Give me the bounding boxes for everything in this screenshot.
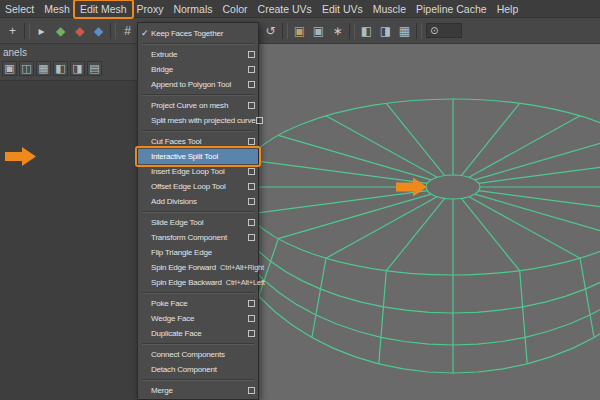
menubar-item-help[interactable]: Help: [492, 1, 524, 17]
menu-item-spin-edge-backward[interactable]: Spin Edge BackwardCtrl+Alt+Left: [138, 275, 258, 290]
menu-item-label: Cut Faces Tool: [151, 137, 201, 146]
menu-item-label: Poke Face: [151, 299, 187, 308]
menu-item-insert-edge-loop-tool[interactable]: Insert Edge Loop Tool: [138, 164, 258, 179]
menu-item-label: Offset Edge Loop Tool: [151, 182, 226, 191]
menu-item-spin-edge-forward[interactable]: Spin Edge ForwardCtrl+Alt+Right: [138, 260, 258, 275]
option-box-icon[interactable]: [248, 219, 255, 226]
menu-item-label: Flip Triangle Edge: [151, 248, 212, 257]
panel-layout-left-icon[interactable]: ◧: [358, 22, 375, 40]
option-box-icon[interactable]: [248, 51, 255, 58]
menu-item-cut-faces-tool[interactable]: Cut Faces Tool: [138, 134, 258, 149]
menu-item-detach-component[interactable]: Detach Component: [138, 362, 258, 377]
menubar-item-color[interactable]: Color: [218, 1, 253, 17]
menu-separator: [140, 129, 256, 133]
single-pane-layout-icon[interactable]: ▣: [2, 61, 17, 76]
option-box-icon[interactable]: [248, 102, 255, 109]
option-box-icon[interactable]: [248, 138, 255, 145]
menu-item-project-curve-on-mesh[interactable]: Project Curve on mesh: [138, 98, 258, 113]
menubar-item-normals[interactable]: Normals: [168, 1, 217, 17]
hypershade-layout-icon[interactable]: ◨: [70, 61, 85, 76]
menu-item-label: Spin Edge Forward: [151, 263, 216, 272]
show-manipulator-icon[interactable]: +: [4, 22, 21, 40]
select-by-hierarchy-icon[interactable]: ▸: [33, 22, 50, 40]
option-box-icon[interactable]: [248, 387, 255, 394]
menu-item-label: Transform Component: [151, 233, 227, 242]
toolbar-divider: [24, 23, 30, 39]
menu-item-poke-face[interactable]: Poke Face: [138, 296, 258, 311]
menubar-item-mesh[interactable]: Mesh: [39, 1, 75, 17]
menu-item-add-divisions[interactable]: Add Divisions: [138, 194, 258, 209]
menubar-item-edit-mesh[interactable]: Edit Mesh: [75, 1, 132, 17]
menu-item-label: Add Divisions: [151, 197, 197, 206]
menu-item-extrude[interactable]: Extrude: [138, 47, 258, 62]
option-box-icon[interactable]: [256, 117, 263, 124]
menu-item-transform-component[interactable]: Transform Component: [138, 230, 258, 245]
option-box-icon[interactable]: [248, 315, 255, 322]
menu-item-label: Insert Edge Loop Tool: [151, 167, 225, 176]
menu-item-append-to-polygon-tool[interactable]: Append to Polygon Tool: [138, 77, 258, 92]
render-settings-icon[interactable]: ∗: [329, 22, 346, 40]
option-box-icon[interactable]: [248, 234, 255, 241]
menu-item-merge[interactable]: Merge: [138, 383, 258, 398]
select-mask-icon[interactable]: ◆: [90, 22, 107, 40]
menubar-item-edit-uvs[interactable]: Edit UVs: [317, 1, 368, 17]
toolbar-divider: [349, 23, 355, 39]
menu-item-split-mesh-with-projected-curve[interactable]: Split mesh with projected curve: [138, 113, 258, 128]
menu-item-label: Keep Faces Together: [151, 29, 223, 38]
menu-item-shortcut: Ctrl+Alt+Left: [226, 278, 265, 287]
snap-to-grid-icon[interactable]: #: [119, 22, 136, 40]
menu-item-duplicate-face[interactable]: Duplicate Face: [138, 326, 258, 341]
menu-item-label: Slide Edge Tool: [151, 218, 203, 227]
menubar-item-pipeline-cache[interactable]: Pipeline Cache: [411, 1, 492, 17]
render-icon[interactable]: ▣: [291, 22, 308, 40]
menu-item-flip-triangle-edge[interactable]: Flip Triangle Edge: [138, 245, 258, 260]
option-box-icon[interactable]: [248, 66, 255, 73]
search-field[interactable]: ⊙: [426, 23, 462, 38]
construction-history-icon[interactable]: ↺: [262, 22, 279, 40]
menu-item-keep-faces-together[interactable]: ✓Keep Faces Together: [138, 26, 258, 41]
menu-item-label: Interactive Split Tool: [151, 152, 218, 161]
menu-item-bridge[interactable]: Bridge: [138, 62, 258, 77]
menu-item-connect-components[interactable]: Connect Components: [138, 347, 258, 362]
menu-separator: [140, 291, 256, 295]
menu-item-slide-edge-tool[interactable]: Slide Edge Tool: [138, 215, 258, 230]
ipr-render-icon[interactable]: ▣: [310, 22, 327, 40]
menu-item-label: Project Curve on mesh: [151, 101, 228, 110]
menubar-item-create-uvs[interactable]: Create UVs: [253, 1, 317, 17]
toolbar-divider: [282, 23, 288, 39]
panels-menu-label[interactable]: anels: [0, 44, 137, 59]
option-box-icon[interactable]: [248, 330, 255, 337]
option-box-icon[interactable]: [248, 168, 255, 175]
panel-layout-grid-icon[interactable]: ▦: [396, 22, 413, 40]
menu-item-label: Spin Edge Backward: [151, 278, 222, 287]
select-by-component-icon[interactable]: ◆: [71, 22, 88, 40]
menu-item-interactive-split-tool[interactable]: Interactive Split Tool: [138, 149, 258, 164]
panel-layout-right-icon[interactable]: ◨: [377, 22, 394, 40]
menu-separator: [140, 93, 256, 97]
menu-item-label: Bridge: [151, 65, 173, 74]
option-box-icon[interactable]: [248, 183, 255, 190]
menu-item-label: Extrude: [151, 50, 177, 59]
toolbar-divider: [416, 23, 422, 39]
menu-separator: [140, 42, 256, 46]
option-box-icon[interactable]: [248, 81, 255, 88]
persp-outliner-layout-icon[interactable]: ◧: [53, 61, 68, 76]
two-pane-layout-icon[interactable]: ◫: [19, 61, 34, 76]
menu-item-offset-edge-loop-tool[interactable]: Offset Edge Loop Tool: [138, 179, 258, 194]
menubar-item-proxy[interactable]: Proxy: [132, 1, 169, 17]
option-box-icon[interactable]: [248, 198, 255, 205]
select-by-object-icon[interactable]: ◆: [52, 22, 69, 40]
status-line-toolbar: +▸◆◆◆#↷◉▱◈⇥⇤↺▣▣∗◧◨▦⊙: [0, 18, 600, 44]
menubar-item-muscle[interactable]: Muscle: [368, 1, 411, 17]
option-box-icon[interactable]: [248, 300, 255, 307]
menu-separator: [140, 342, 256, 346]
menubar-item-select[interactable]: Select: [0, 1, 39, 17]
four-pane-layout-icon[interactable]: ▦: [36, 61, 51, 76]
menubar: SelectMeshEdit MeshProxyNormalsColorCrea…: [0, 0, 600, 18]
uv-editor-layout-icon[interactable]: ▤: [87, 61, 102, 76]
panel-layout-icons: ▣◫▦◧◨▤: [0, 59, 137, 78]
menu-item-wedge-face[interactable]: Wedge Face: [138, 311, 258, 326]
menu-item-label: Detach Component: [151, 365, 217, 374]
menu-item-label: Append to Polygon Tool: [151, 80, 231, 89]
panel-toolbar: anels ▣◫▦◧◨▤: [0, 44, 137, 81]
